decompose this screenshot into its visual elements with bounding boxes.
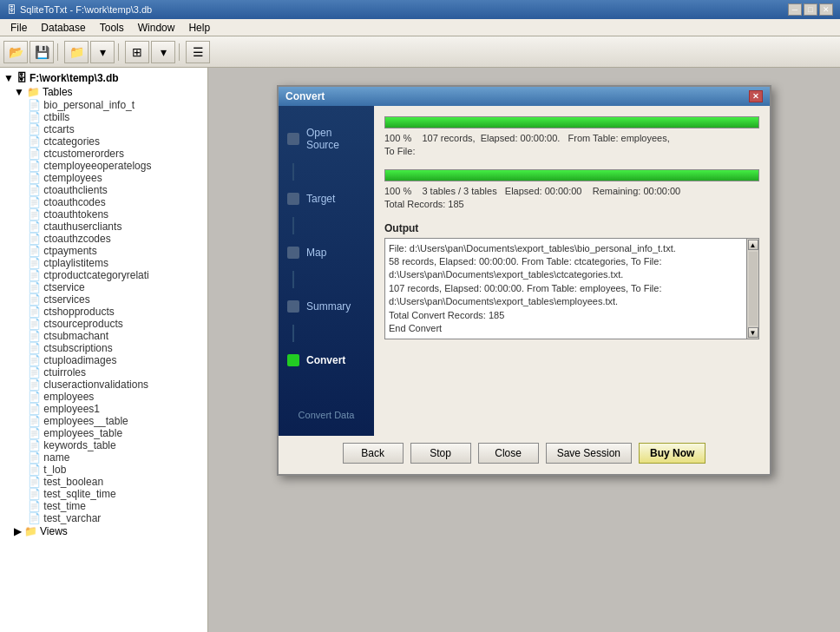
close-window-button[interactable]: ✕ (819, 3, 833, 16)
db-icon: 🗄 (16, 72, 27, 84)
tree-table-item[interactable]: 📄 ctoauthclients (0, 184, 207, 196)
progress-text-2b: Total Records: 185 (384, 198, 759, 211)
modal-title-bar: Convert ✕ (279, 87, 770, 106)
tree-table-item[interactable]: 📄 ctoauthtokens (0, 208, 207, 221)
tree-table-item[interactable]: 📄 ctsourceproducts (0, 318, 207, 330)
tree-table-item[interactable]: 📄 ctemployees (0, 172, 207, 184)
nav-dot-map (287, 247, 299, 259)
buy-now-button[interactable]: Buy Now (639, 443, 705, 464)
content-area: Convert ✕ Open Source Target (208, 68, 840, 632)
save-session-button[interactable]: Save Session (546, 443, 632, 464)
tree-table-item[interactable]: 📄 cluseractionvalidations (0, 379, 207, 391)
tree-table-item[interactable]: 📄 test_time (0, 500, 207, 512)
app-icon: 🗄 (7, 4, 16, 15)
convert-dialog: Convert ✕ Open Source Target (277, 85, 771, 476)
toolbar-list-button[interactable]: ☰ (186, 41, 210, 63)
toolbar-open-button[interactable]: 📂 (3, 41, 28, 63)
modal-nav: Open Source Target Map (279, 106, 374, 436)
tree-table-item[interactable]: 📄 ctoauthzcodes (0, 233, 207, 245)
tree-table-item[interactable]: 📄 employees__table (0, 415, 207, 427)
stop-button[interactable]: Stop (410, 443, 471, 464)
output-label: Output (384, 222, 759, 234)
scrollbar-down[interactable]: ▼ (748, 327, 758, 338)
tree-table-item[interactable]: 📄 test_boolean (0, 476, 207, 488)
menu-database[interactable]: Database (34, 20, 92, 36)
tree-table-item[interactable]: 📄 test_sqlite_time (0, 488, 207, 500)
tree-table-item[interactable]: 📄 ctuploadimages (0, 354, 207, 366)
tree-table-item[interactable]: 📄 ctemployeeoperatelogs (0, 160, 207, 172)
tree-table-item[interactable]: 📄 ctsubmachant (0, 330, 207, 342)
tree-table-item[interactable]: 📄 test_varchar (0, 512, 207, 524)
tree-table-item[interactable]: 📄 employees (0, 391, 207, 403)
nav-label-open-source: Open Source (306, 127, 365, 151)
nav-label-target: Target (306, 193, 335, 205)
menu-window[interactable]: Window (131, 20, 182, 36)
tree-table-item[interactable]: 📄 keywords_table (0, 439, 207, 451)
toolbar: 📂 💾 📁 ▾ ⊞ ▾ ☰ (0, 36, 840, 68)
progress-text-1a: 100 % 107 records, Elapsed: 00:00:00. Fr… (384, 132, 759, 145)
nav-step-summary[interactable]: Summary (279, 288, 374, 325)
expand-icon: ▼ (14, 86, 24, 98)
modal-close-button[interactable]: ✕ (749, 90, 763, 102)
nav-step-open-source[interactable]: Open Source (279, 115, 374, 163)
toolbar-grid-dropdown-button[interactable]: ▾ (151, 41, 175, 63)
menu-file[interactable]: File (3, 20, 34, 36)
tables-label: Tables (43, 86, 73, 98)
nav-label-convert: Convert (306, 354, 345, 366)
modal-overlay: Convert ✕ Open Source Target (208, 68, 840, 632)
tree-table-item[interactable]: 📄 ctcategories (0, 135, 207, 148)
views-label: Views (40, 525, 68, 537)
tree-tables-folder[interactable]: ▼ 📁 Tables (0, 85, 207, 99)
tree-table-item[interactable]: 📄 t_lob (0, 464, 207, 476)
tree-table-item[interactable]: 📄 ctpayments (0, 245, 207, 257)
tree-table-item[interactable]: 📄 ctauthusercliants (0, 221, 207, 233)
output-box[interactable]: File: d:\Users\pan\Documents\export_tabl… (384, 238, 747, 340)
tree-table-item[interactable]: 📄 ctcustomerorders (0, 148, 207, 160)
tree-db-item[interactable]: ▼ 🗄 F:\work\temp\3.db (0, 71, 207, 85)
tree-table-item[interactable]: 📄 bio_personal_info_t (0, 99, 207, 111)
tree-table-item[interactable]: 📄 ctbills (0, 111, 207, 123)
menu-tools[interactable]: Tools (93, 20, 131, 36)
tree-table-item[interactable]: 📄 employees1 (0, 403, 207, 415)
modal-body: Open Source Target Map (279, 106, 770, 436)
toolbar-folder-button[interactable]: 📁 (64, 41, 89, 63)
nav-line-2 (292, 217, 294, 234)
nav-step-convert[interactable]: Convert (279, 342, 374, 379)
menu-help[interactable]: Help (181, 20, 217, 36)
nav-dot-convert (287, 354, 299, 366)
tree-table-item[interactable]: 📄 name (0, 451, 207, 464)
folder-icon-views: 📁 (24, 525, 37, 537)
nav-line-1 (292, 163, 294, 181)
close-button[interactable]: Close (478, 443, 539, 464)
tree-views-folder[interactable]: ▶ 📁 Views (0, 524, 207, 538)
toolbar-grid-button[interactable]: ⊞ (125, 41, 149, 63)
tree-table-item[interactable]: 📄 ctservices (0, 293, 207, 306)
tree-table-item[interactable]: 📄 ctproductcategoryrelati (0, 269, 207, 281)
tree-table-item[interactable]: 📄 ctshopproducts (0, 306, 207, 318)
toolbar-dropdown-button[interactable]: ▾ (90, 41, 115, 63)
minimize-button[interactable]: ─ (788, 3, 802, 16)
tree-table-item[interactable]: 📄 ctservice (0, 281, 207, 293)
maximize-button[interactable]: □ (804, 3, 817, 16)
tree-table-item[interactable]: 📄 ctsubscriptions (0, 342, 207, 354)
app-title: SqliteToTxt - F:\work\temp\3.db (20, 4, 152, 15)
scrollbar-up[interactable]: ▲ (748, 240, 758, 250)
tree-table-item[interactable]: 📄 ctcarts (0, 123, 207, 135)
toolbar-separator-2 (118, 43, 121, 61)
tree-table-item[interactable]: 📄 ctplaylistitems (0, 257, 207, 269)
nav-step-map[interactable]: Map (279, 234, 374, 271)
tree-table-item[interactable]: 📄 employees_table (0, 427, 207, 439)
main-area: ▼ 🗄 F:\work\temp\3.db ▼ 📁 Tables 📄 bio_p… (0, 68, 840, 632)
modal-title: Convert (285, 90, 325, 102)
tree-table-item[interactable]: 📄 ctoauthcodes (0, 196, 207, 208)
tree-table-item[interactable]: 📄 ctuirroles (0, 366, 207, 379)
nav-label-map: Map (306, 247, 326, 259)
back-button[interactable]: Back (343, 443, 404, 464)
nav-step-target[interactable]: Target (279, 181, 374, 217)
nav-dot-open-source (287, 133, 299, 145)
title-bar-controls: ─ □ ✕ (788, 3, 833, 16)
progress-bar-outer-2 (384, 169, 759, 181)
modal-buttons: Back Stop Close Save Session Buy Now (279, 436, 770, 474)
output-section: Output File: d:\Users\pan\Documents\expo… (384, 222, 759, 425)
toolbar-save-button[interactable]: 💾 (30, 41, 54, 63)
